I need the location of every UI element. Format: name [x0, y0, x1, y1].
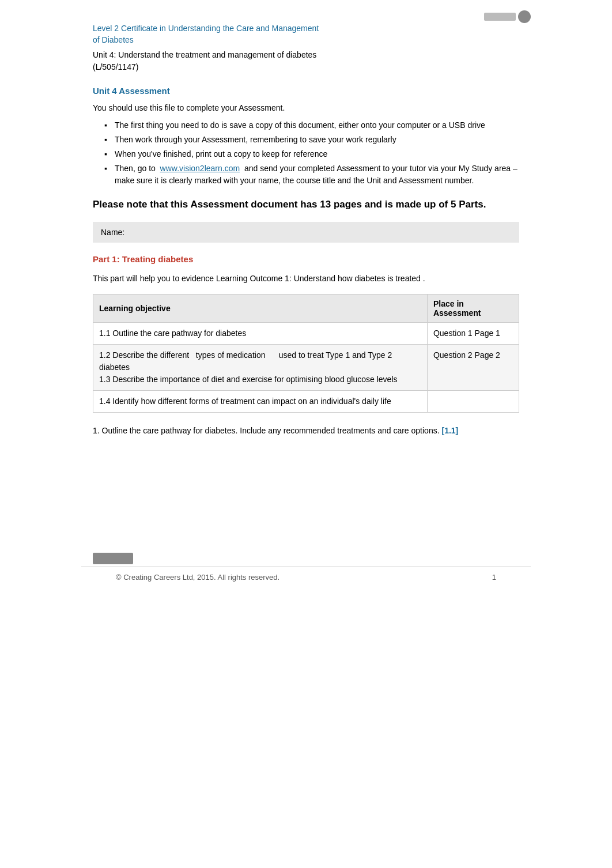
doc-title-line2: of Diabetes [93, 35, 134, 44]
vision2learn-link[interactable]: www.vision2learn.com [160, 164, 240, 173]
unit-assessment-heading: Unit 4 Assessment [93, 86, 519, 96]
table-cell-place-2: Question 2 Page 2 [427, 345, 519, 391]
bottom-logo [93, 553, 133, 564]
instruction-list: The first thing you need to do is save a… [104, 119, 519, 187]
copyright-text: © Creating Careers Ltd, 2015. All rights… [116, 573, 279, 582]
logo-dot [518, 10, 531, 23]
logo-bar [484, 13, 516, 21]
table-cell-place-1: Question 1 Page 1 [427, 323, 519, 345]
table-row: 1.2 Describe the different types of medi… [93, 345, 519, 391]
table-cell-place-3 [427, 391, 519, 413]
col-header-objective: Learning objective [93, 295, 428, 323]
document-header: Level 2 Certificate in Understanding the… [93, 23, 519, 73]
doc-title-link[interactable]: Level 2 Certificate in Understanding the… [93, 23, 519, 46]
table-row: 1.4 Identify how different forms of trea… [93, 391, 519, 413]
name-box: Name: [93, 222, 519, 243]
bullet-item-1: The first thing you need to do is save a… [104, 119, 519, 131]
table-cell-objective-2: 1.2 Describe the different types of medi… [93, 345, 428, 391]
notice-text: Please note that this Assessment documen… [93, 197, 519, 212]
outcome-text: This part will help you to evidence Lear… [93, 272, 519, 285]
question-1-ref: [1.1] [441, 426, 458, 435]
header-logo [484, 10, 531, 23]
page-footer: © Creating Careers Ltd, 2015. All rights… [81, 567, 531, 582]
table-cell-objective-1: 1.1 Outline the care pathway for diabete… [93, 323, 428, 345]
bullet-item-3: When you've finished, print out a copy t… [104, 148, 519, 160]
table-cell-objective-3: 1.4 Identify how different forms of trea… [93, 391, 428, 413]
page-number: 1 [492, 573, 496, 582]
bullet-item-2: Then work through your Assessment, remem… [104, 134, 519, 146]
doc-subtitle: Unit 4: Understand the treatment and man… [93, 49, 519, 73]
question-1-text: 1. Outline the care pathway for diabetes… [93, 424, 519, 437]
col-header-place: Place in Assessment [427, 295, 519, 323]
table-row: 1.1 Outline the care pathway for diabete… [93, 323, 519, 345]
bullet-item-4: Then, go to www.vision2learn.com and sen… [104, 163, 519, 187]
intro-text: You should use this file to complete you… [93, 101, 519, 114]
learning-table: Learning objective Place in Assessment 1… [93, 294, 519, 413]
part1-heading: Part 1: Treating diabetes [93, 254, 519, 264]
doc-title-line1: Level 2 Certificate in Understanding the… [93, 24, 319, 33]
